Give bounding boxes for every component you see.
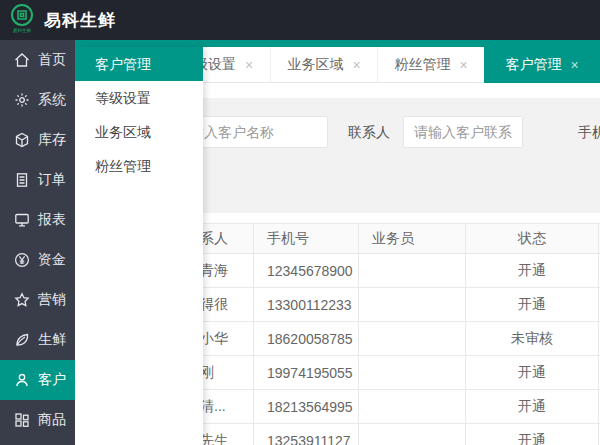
sidebar-item-label: 客户 (38, 371, 66, 389)
tab-close-icon[interactable]: × (570, 58, 578, 72)
sidebar-item[interactable]: 库存 (0, 120, 75, 160)
status-cell: 开通 (466, 254, 599, 288)
submenu-item-label: 业务区域 (95, 124, 151, 140)
top-bar: 易科生鲜 易科生鲜 (0, 0, 600, 40)
sidebar-item[interactable]: 生鲜 (0, 320, 75, 360)
status-cell: 开通 (466, 288, 599, 322)
box-icon (14, 132, 30, 148)
sidebar-item[interactable]: 首页 (0, 40, 75, 80)
salesman-cell (359, 390, 466, 424)
tab-close-icon[interactable]: × (245, 58, 253, 72)
submenu-item[interactable]: 等级设置 (75, 81, 203, 115)
phone-cell: 12345678900 (254, 254, 359, 288)
accent-strip (75, 40, 600, 47)
phone-cell: 19974195055 (254, 356, 359, 390)
brand-logo-subtext: 易科生鲜 (13, 27, 31, 32)
salesman-cell (359, 288, 466, 322)
sidebar-item-label: 订单 (38, 171, 66, 189)
star-icon (14, 292, 30, 308)
salesman-column-header: 业务员 (359, 224, 466, 254)
submenu-item-label: 粉丝管理 (95, 158, 151, 174)
sidebar-nav: 首页 系统 库存 订单 报表 资金 营销 生鲜 (0, 40, 75, 445)
submenu-item-label: 客户管理 (95, 56, 151, 72)
sidebar-item-label: 营销 (38, 291, 66, 309)
yen-circle-icon (14, 252, 30, 268)
salesman-cell (359, 254, 466, 288)
tab[interactable]: 业务区域 × (270, 47, 377, 83)
status-cell: 开通 (466, 424, 599, 445)
app-window: 易科生鲜 易科生鲜 首页 系统 库存 订单 报表 资金 (0, 0, 600, 445)
status-column-header: 状态 (466, 224, 599, 254)
sidebar-item[interactable]: 客户 (0, 360, 75, 400)
phone-cell: 13300112233 (254, 288, 359, 322)
sidebar-item[interactable]: 营销 (0, 280, 75, 320)
sidebar-item-label: 库存 (38, 131, 66, 149)
sidebar-item-label: 生鲜 (38, 331, 66, 349)
phone-cell: 18620058785 (254, 322, 359, 356)
phone-cell: 13253911127 (254, 424, 359, 445)
app-title: 易科生鲜 (44, 9, 116, 32)
sidebar-item-label: 资金 (38, 251, 66, 269)
sidebar-item-label: 首页 (38, 51, 66, 69)
contact-label: 联系人 (348, 116, 390, 148)
salesman-cell (359, 424, 466, 445)
brand-logo-icon: 易科生鲜 (9, 3, 35, 37)
status-cell: 开通 (466, 356, 599, 390)
submenu-item[interactable]: 业务区域 (75, 115, 203, 149)
sidebar-item[interactable]: 资金 (0, 240, 75, 280)
status-cell: 未审核 (466, 322, 599, 356)
phone-label: 手机号 (578, 116, 600, 148)
user-icon (14, 372, 30, 388)
leaf-icon (14, 332, 30, 348)
submenu-item[interactable]: 客户管理 (75, 47, 203, 81)
phone-cell: 18213564995 (254, 390, 359, 424)
tab[interactable]: 粉丝管理 × (377, 47, 484, 83)
grid-icon (14, 412, 30, 428)
tab-close-icon[interactable]: × (459, 58, 467, 72)
sidebar-item-label: 商品 (38, 411, 66, 429)
phone-column-header: 手机号 (254, 224, 359, 254)
report-icon (14, 212, 30, 228)
tab-label: 粉丝管理 (394, 56, 450, 74)
sidebar-item-label: 报表 (38, 211, 66, 229)
submenu-item[interactable]: 粉丝管理 (75, 149, 203, 183)
tab-label: 客户管理 (505, 56, 561, 74)
submenu-item-label: 等级设置 (95, 90, 151, 106)
sidebar-item[interactable]: 商品 (0, 400, 75, 440)
salesman-cell (359, 356, 466, 390)
tab-close-icon[interactable]: × (352, 58, 360, 72)
salesman-cell (359, 322, 466, 356)
gear-icon (14, 92, 30, 108)
sidebar-item[interactable]: 报表 (0, 200, 75, 240)
sidebar-item-label: 系统 (38, 91, 66, 109)
sidebar-item[interactable]: 订单 (0, 160, 75, 200)
home-icon (14, 52, 30, 68)
sidebar-item[interactable]: 系统 (0, 80, 75, 120)
contact-name-input[interactable] (403, 116, 523, 148)
tab-label: 业务区域 (287, 56, 343, 74)
customer-submenu-panel: 客户管理 等级设置 业务区域 粉丝管理 (75, 47, 203, 445)
tab[interactable]: 客户管理 × (484, 47, 600, 83)
status-cell: 开通 (466, 390, 599, 424)
order-doc-icon (14, 172, 30, 188)
